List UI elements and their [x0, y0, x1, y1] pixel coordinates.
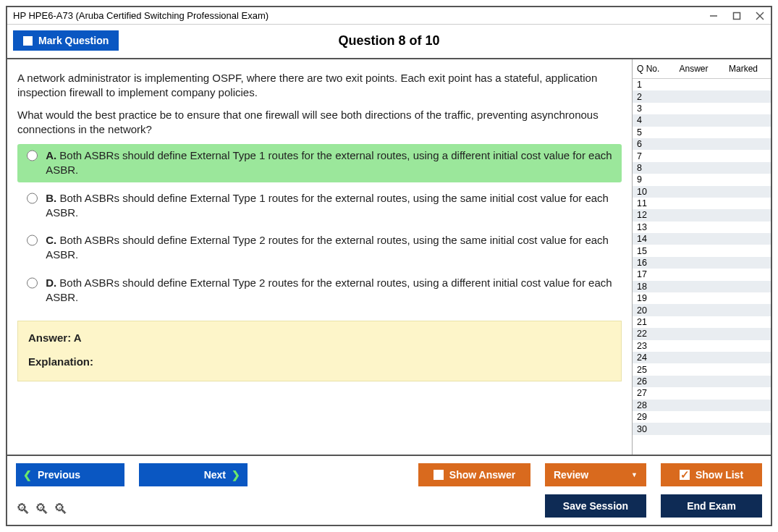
question-list-row[interactable]: 18 [633, 281, 771, 292]
mark-question-button[interactable]: Mark Question [13, 30, 119, 51]
option-a-label: A. Both ASBRs should define External Typ… [46, 148, 616, 178]
question-list-row[interactable]: 19 [633, 292, 771, 304]
option-c-radio[interactable] [27, 235, 38, 246]
options-list: A. Both ASBRs should define External Typ… [17, 144, 622, 309]
question-list-row[interactable]: 12 [633, 209, 771, 221]
review-button[interactable]: Review ▼ [545, 463, 646, 486]
question-list-row[interactable]: 17 [633, 269, 771, 280]
question-list-row[interactable]: 21 [633, 316, 771, 328]
option-a-radio[interactable] [27, 150, 38, 161]
question-list-row[interactable]: 27 [633, 387, 771, 399]
question-list[interactable]: 1234567891011121314151617181920212223242… [633, 79, 771, 455]
option-a[interactable]: A. Both ASBRs should define External Typ… [17, 144, 622, 182]
question-list-row[interactable]: 10 [633, 186, 771, 198]
mark-question-label: Mark Question [38, 35, 109, 46]
question-number: 15 [637, 246, 667, 256]
question-list-row[interactable]: 1 [633, 79, 771, 90]
question-number: 3 [637, 104, 667, 114]
question-list-row[interactable]: 14 [633, 233, 771, 245]
question-list-row[interactable]: 22 [633, 328, 771, 339]
option-b-radio[interactable] [27, 193, 38, 204]
question-number: 8 [637, 163, 667, 173]
question-list-row[interactable]: 13 [633, 221, 771, 233]
checkbox-icon [23, 36, 33, 46]
question-list-row[interactable]: 8 [633, 162, 771, 174]
question-list-row[interactable]: 28 [633, 400, 771, 411]
minimize-icon[interactable] [709, 11, 719, 21]
question-list-row[interactable]: 24 [633, 352, 771, 363]
main-area: A network administrator is implementing … [7, 59, 771, 455]
question-list-row[interactable]: 16 [633, 257, 771, 269]
bottombar: ❮ Previous Next ❯ Show Answer Review ▼ S… [7, 455, 771, 525]
question-list-row[interactable]: 9 [633, 174, 771, 185]
maximize-icon[interactable] [732, 11, 742, 21]
zoom-in-icon[interactable]: 🔍︎ [35, 501, 49, 518]
question-number: 19 [637, 293, 667, 303]
question-number: 2 [637, 92, 667, 102]
option-c[interactable]: C. Both ASBRs should define External Typ… [17, 229, 622, 267]
question-paragraph: What would the best practice be to ensur… [17, 108, 622, 138]
zoom-reset-icon[interactable]: 🔍︎ [16, 501, 30, 518]
question-number: 18 [637, 282, 667, 292]
checkbox-icon [434, 470, 444, 480]
question-number: 28 [637, 400, 667, 410]
zoom-out-icon[interactable]: 🔍︎ [54, 501, 68, 518]
question-number: 22 [637, 329, 667, 339]
button-row-2: 🔍︎ 🔍︎ 🔍︎ Save Session End Exam [16, 494, 762, 518]
question-list-row[interactable]: 4 [633, 114, 771, 126]
question-number: 26 [637, 376, 667, 387]
chevron-down-icon: ▼ [631, 471, 638, 478]
close-icon[interactable] [755, 11, 765, 21]
question-number: 30 [637, 424, 667, 434]
question-text: A network administrator is implementing … [17, 71, 622, 137]
window-title: HP HPE6-A73 (Aruba Certified Switching P… [13, 10, 709, 21]
topbar: Mark Question Question 8 of 10 [7, 25, 771, 59]
option-d[interactable]: D. Both ASBRs should define External Typ… [17, 271, 622, 310]
explanation-label: Explanation: [28, 355, 611, 368]
question-number: 1 [637, 80, 667, 90]
question-list-row[interactable]: 15 [633, 245, 771, 256]
question-list-row[interactable]: 25 [633, 363, 771, 375]
option-b[interactable]: B. Both ASBRs should define External Typ… [17, 187, 622, 225]
titlebar: HP HPE6-A73 (Aruba Certified Switching P… [7, 7, 771, 25]
question-list-row[interactable]: 20 [633, 304, 771, 316]
review-label: Review [554, 469, 588, 481]
question-list-row[interactable]: 7 [633, 150, 771, 161]
question-number: 6 [637, 139, 667, 149]
question-number: 7 [637, 151, 667, 161]
option-d-radio[interactable] [27, 277, 38, 289]
question-list-row[interactable]: 2 [633, 90, 771, 102]
question-list-row[interactable]: 3 [633, 103, 771, 114]
show-list-label: Show List [695, 469, 743, 481]
question-list-row[interactable]: 30 [633, 423, 771, 434]
next-label: Next [204, 469, 226, 481]
next-button[interactable]: Next ❯ [139, 463, 248, 486]
question-list-row[interactable]: 23 [633, 340, 771, 352]
end-exam-button[interactable]: End Exam [661, 494, 762, 518]
question-list-row[interactable]: 29 [633, 411, 771, 423]
previous-button[interactable]: ❮ Previous [16, 463, 124, 486]
chevron-left-icon: ❮ [23, 469, 32, 481]
question-number: 16 [637, 258, 667, 268]
window-controls [709, 11, 765, 21]
question-list-row[interactable]: 26 [633, 376, 771, 387]
zoom-controls: 🔍︎ 🔍︎ 🔍︎ [16, 501, 68, 518]
show-answer-button[interactable]: Show Answer [418, 463, 530, 486]
question-pane: A network administrator is implementing … [7, 59, 632, 455]
show-list-button[interactable]: Show List [661, 463, 762, 486]
header-answer: Answer [667, 64, 720, 74]
question-list-row[interactable]: 5 [633, 127, 771, 138]
question-number: 13 [637, 222, 667, 232]
header-qno: Q No. [637, 64, 667, 74]
question-list-row[interactable]: 6 [633, 138, 771, 150]
question-list-row[interactable]: 11 [633, 198, 771, 209]
save-session-button[interactable]: Save Session [545, 494, 646, 518]
question-number: 23 [637, 341, 667, 351]
question-number: 5 [637, 127, 667, 138]
save-session-label: Save Session [563, 500, 628, 512]
previous-label: Previous [38, 469, 80, 481]
question-paragraph: A network administrator is implementing … [17, 71, 622, 101]
svg-rect-1 [734, 12, 740, 19]
question-number: 4 [637, 115, 667, 125]
question-number: 29 [637, 412, 667, 422]
